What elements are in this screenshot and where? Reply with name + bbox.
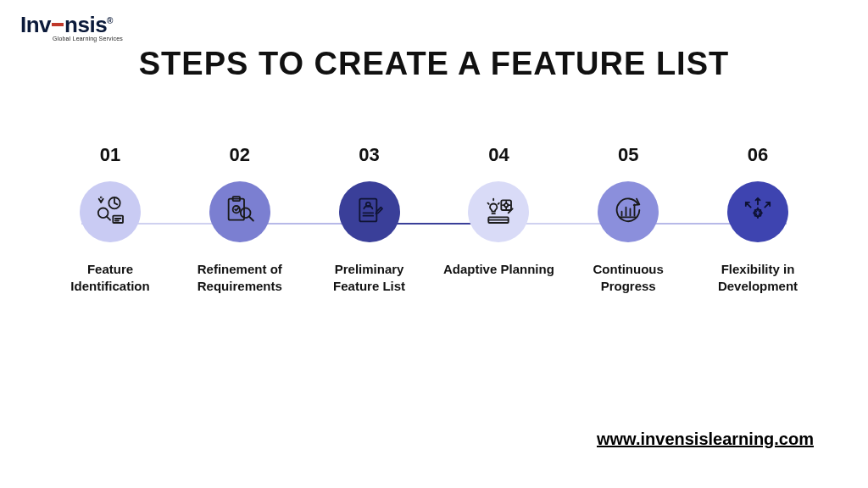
step-number: 06 (748, 144, 768, 166)
step-label: Feature Identification (51, 261, 170, 296)
website-url[interactable]: www.invensislearning.com (597, 430, 814, 449)
svg-point-2 (101, 197, 102, 198)
step-number: 04 (488, 144, 509, 166)
brand-tagline: Global Learning Services (53, 36, 123, 42)
feature-identification-icon (93, 193, 127, 230)
step-label: Adaptive Planning (443, 261, 554, 278)
step-number: 03 (359, 144, 379, 166)
step-circle (598, 181, 659, 242)
step-number: 02 (230, 144, 250, 166)
process-timeline: 01 Feature Identification 02 (51, 144, 817, 296)
step-05: 05 Continuous Progress (569, 144, 687, 296)
step-02: 02 Refinement of Requirements (181, 144, 299, 296)
continuous-progress-icon (611, 193, 645, 230)
step-label: Refinement of Requirements (181, 261, 299, 296)
step-label: Preliminary Feature List (310, 261, 429, 296)
page-title: STEPS TO CREATE A FEATURE LIST (0, 46, 868, 82)
step-number: 01 (100, 144, 120, 166)
svg-point-11 (504, 203, 508, 207)
logo-bar-icon (52, 23, 64, 26)
step-number: 05 (618, 144, 638, 166)
brand-logo: Invnsis® Global Learning Services (20, 12, 123, 42)
step-label: Continuous Progress (569, 261, 687, 296)
step-04: 04 Adaptive Planning (439, 144, 558, 296)
slide: Invnsis® Global Learning Services STEPS … (0, 0, 868, 488)
step-label: Flexibility in Development (698, 261, 817, 296)
requirements-refinement-icon (223, 193, 257, 230)
step-06: 06 Flexibility in Development (698, 144, 817, 296)
step-circle (339, 181, 400, 242)
step-circle (209, 181, 270, 242)
brand-wordmark: Invnsis® (20, 12, 123, 38)
steps-row: 01 Feature Identification 02 (51, 144, 817, 296)
step-circle (727, 181, 788, 242)
step-03: 03 Preliminary Feature List (310, 144, 429, 296)
step-01: 01 Feature Identification (51, 144, 170, 296)
flexibility-icon (741, 193, 775, 230)
feature-list-icon (353, 193, 387, 230)
adaptive-planning-icon (481, 193, 515, 230)
step-circle (468, 181, 529, 242)
step-circle (80, 181, 141, 242)
